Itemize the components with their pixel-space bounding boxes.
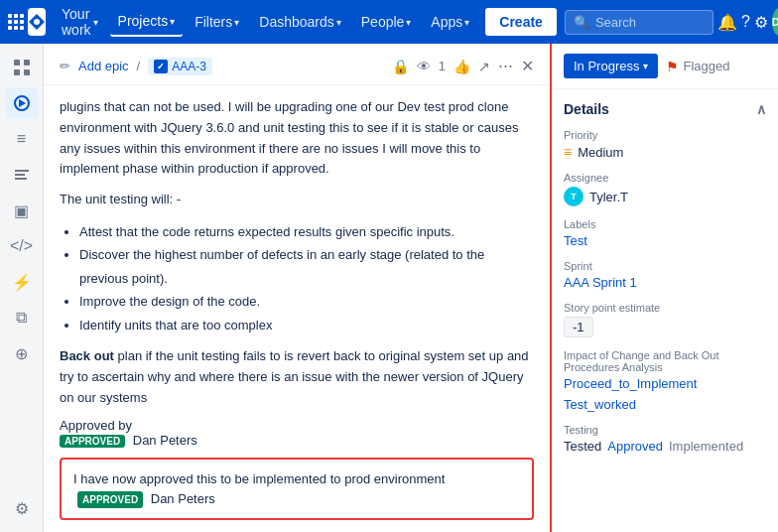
chevron-up-icon[interactable]: ∧ <box>756 101 766 117</box>
priority-icon: ≡ <box>564 144 572 160</box>
nav-filters[interactable]: Filters ▾ <box>187 8 247 36</box>
sprint-label: Sprint <box>564 260 766 272</box>
sprint-value: AAA Sprint 1 <box>564 275 766 290</box>
help-icon[interactable]: ? <box>741 6 750 38</box>
svg-rect-17 <box>15 178 27 180</box>
priority-value: ≡ Medium <box>564 144 766 160</box>
chevron-down-icon: ▾ <box>170 16 175 27</box>
testing-label: Testing <box>564 424 766 436</box>
testing-row: Testing Tested Approved Implemented <box>564 424 766 454</box>
svg-rect-6 <box>8 26 12 30</box>
settings-icon[interactable]: ⚙ <box>754 6 768 38</box>
assignee-avatar: T <box>564 187 584 206</box>
status-chevron-icon: ▾ <box>643 61 648 71</box>
sidebar-code-icon[interactable]: </> <box>6 230 38 262</box>
nav-your-work[interactable]: Your work ▾ <box>54 0 106 44</box>
status-button[interactable]: In Progress ▾ <box>564 54 658 78</box>
chevron-down-icon: ▾ <box>336 17 341 28</box>
approved-section: Approved by APPROVED Dan Peters <box>60 418 534 448</box>
sprint-row: Sprint AAA Sprint 1 <box>564 260 766 290</box>
svg-rect-4 <box>14 20 18 24</box>
svg-rect-8 <box>20 26 24 30</box>
nav-projects[interactable]: Projects ▾ <box>110 7 184 37</box>
issue-body: plugins that can not be used. I will be … <box>44 85 550 532</box>
sidebar-roadmap-icon[interactable] <box>6 159 38 191</box>
impact-row: Impact of Change and Back Out Procedures… <box>564 349 766 412</box>
priority-label: Priority <box>564 129 766 141</box>
svg-rect-3 <box>8 20 12 24</box>
backout-text: plan if the unit testing fails to is rev… <box>60 348 529 405</box>
approved-by-label: Approved by <box>60 418 132 433</box>
flag-icon: ⚑ <box>666 59 679 74</box>
svg-rect-5 <box>20 20 24 24</box>
impact-links: Proceed_to_Implement Test_worked <box>564 376 766 412</box>
lock-icon[interactable]: 🔒 <box>392 59 409 74</box>
story-points-label: Story point estimate <box>564 302 766 314</box>
story-points-row: Story point estimate -1 <box>564 302 766 337</box>
story-points-value: -1 <box>564 317 766 337</box>
chevron-down-icon: ▾ <box>464 17 469 28</box>
highlighted-name: Dan Peters <box>151 491 215 506</box>
testing-values: Tested Approved Implemented <box>564 439 766 454</box>
nav-people[interactable]: People ▾ <box>353 8 420 36</box>
search-bar[interactable]: 🔍 Search <box>565 10 713 35</box>
issue-type-icon: ✓ <box>154 60 168 73</box>
story-points-box[interactable]: -1 <box>564 317 593 337</box>
sidebar-settings-icon[interactable]: ⚙ <box>6 492 38 524</box>
share-icon[interactable]: ↗ <box>478 59 490 74</box>
unit-testing-label: The unit testing will: - <box>60 190 534 210</box>
assignee-row: Assignee T Tyler.T <box>564 172 766 206</box>
grid-menu-icon[interactable] <box>8 8 24 36</box>
chevron-down-icon: ▾ <box>406 17 411 28</box>
testing-value-approved[interactable]: Approved <box>607 439 663 454</box>
svg-rect-16 <box>15 174 25 176</box>
thumbs-up-icon[interactable]: 👍 <box>454 59 470 74</box>
sidebar-home-icon[interactable] <box>6 52 38 83</box>
sidebar-list-icon[interactable]: ≡ <box>6 123 38 155</box>
list-item: Discover the highest number of defects i… <box>79 243 534 290</box>
nav-dashboards[interactable]: Dashboards ▾ <box>251 8 349 36</box>
chevron-down-icon: ▾ <box>93 17 98 28</box>
impact-label: Impact of Change and Back Out Procedures… <box>564 349 766 373</box>
label-tag[interactable]: Test <box>564 233 587 248</box>
svg-rect-2 <box>20 14 24 18</box>
right-panel: In Progress ▾ ⚑ Flagged Details ∧ Priori… <box>550 44 778 532</box>
sidebar-grid-icon[interactable]: ▣ <box>6 195 38 226</box>
testing-value-implemented[interactable]: Implemented <box>669 439 743 454</box>
close-icon[interactable]: ✕ <box>521 57 534 75</box>
sidebar-lightning-icon[interactable]: ⚡ <box>6 266 38 298</box>
backout-label: Back out <box>60 348 114 363</box>
search-icon: 🔍 <box>574 15 589 30</box>
more-icon[interactable]: ··· <box>498 56 513 76</box>
breadcrumb-separator: / <box>137 59 141 73</box>
sidebar-pages-icon[interactable]: ⧉ <box>6 302 38 333</box>
svg-rect-10 <box>14 60 20 66</box>
left-sidebar: ≡ ▣ </> ⚡ ⧉ ⊕ ⚙ <box>0 44 44 532</box>
add-epic-link[interactable]: Add epic <box>78 59 129 73</box>
create-button[interactable]: Create <box>485 8 557 36</box>
user-avatar[interactable]: DS <box>772 8 778 36</box>
list-item: Attest that the code returns expected re… <box>79 220 534 243</box>
sprint-link[interactable]: AAA Sprint 1 <box>564 275 637 290</box>
sidebar-add-icon[interactable]: ⊕ <box>6 337 38 369</box>
issue-id-badge: ✓ AAA-3 <box>148 58 212 75</box>
svg-point-9 <box>34 19 40 25</box>
testing-value-tested[interactable]: Tested <box>564 439 601 454</box>
chevron-down-icon: ▾ <box>234 17 239 28</box>
highlighted-comment-box: I have now approved this to be implement… <box>60 458 534 520</box>
labels-value: Test <box>564 233 766 248</box>
details-section: Details ∧ Priority ≡ Medium Assignee T <box>552 89 778 477</box>
flagged-label: ⚑ Flagged <box>666 59 729 74</box>
watch-icon[interactable]: 👁 <box>417 59 431 74</box>
app-logo[interactable] <box>28 8 46 36</box>
notifications-icon[interactable]: 🔔 <box>717 6 737 38</box>
issue-header: ✏ Add epic / ✓ AAA-3 🔒 👁 1 👍 ↗ ··· ✕ <box>44 44 550 85</box>
impact-link-worked[interactable]: Test_worked <box>564 397 636 412</box>
labels-label: Labels <box>564 218 766 230</box>
nav-apps[interactable]: Apps ▾ <box>423 8 477 36</box>
svg-rect-11 <box>24 60 30 66</box>
impact-link-implement[interactable]: Proceed_to_Implement <box>564 376 697 391</box>
svg-rect-0 <box>8 14 12 18</box>
sidebar-board-icon[interactable] <box>6 87 38 119</box>
svg-rect-7 <box>14 26 18 30</box>
